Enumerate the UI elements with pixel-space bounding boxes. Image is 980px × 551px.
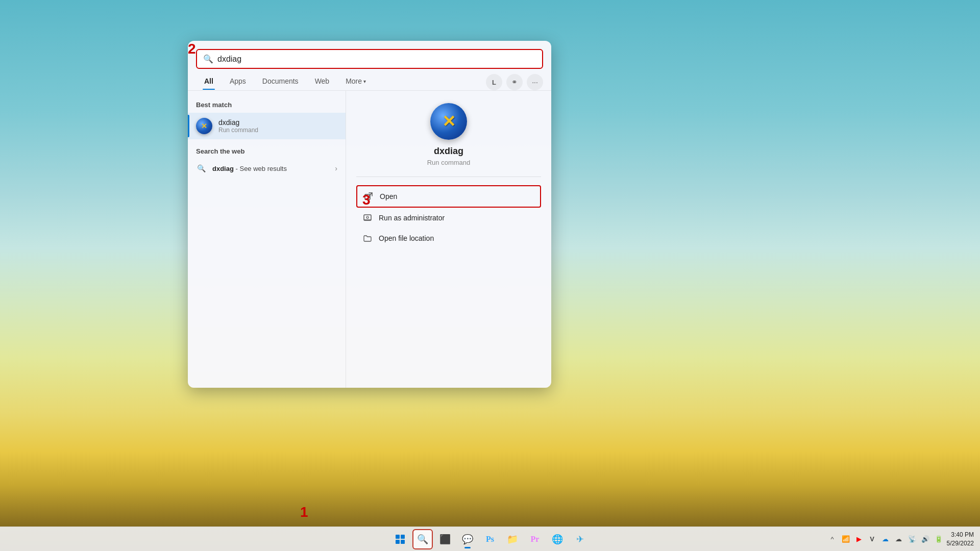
tabs-left: All Apps Documents Web More ▾ <box>196 74 374 90</box>
system-clock[interactable]: 3:40 PM 5/29/2022 <box>947 531 974 548</box>
action-open-file-location-label: Open file location <box>379 234 434 242</box>
web-result-item[interactable]: 🔍 dxdiag - See web results › <box>188 159 346 178</box>
taskbar-center: 🔍 ⬛ 💬 Ps 📁 Pr 🌐 ✈ <box>390 529 590 549</box>
right-divider <box>356 177 541 177</box>
chevron-down-icon: ▾ <box>363 79 366 84</box>
tabs-right: L ⚭ ··· <box>486 74 543 90</box>
dxdiag-app-icon-small <box>196 118 212 134</box>
connected-accounts-icon[interactable]: ⚭ <box>506 74 523 90</box>
svg-point-2 <box>366 216 369 218</box>
right-app-type: Run command <box>427 159 471 166</box>
taskbar-teams-btn[interactable]: 💬 <box>457 529 478 549</box>
taskbar-taskview-btn[interactable]: ⬛ <box>435 529 455 549</box>
action-run-as-admin[interactable]: Run as administrator <box>356 208 541 228</box>
chrome-icon: 🌐 <box>552 534 563 545</box>
best-match-item[interactable]: dxdiag Run command <box>188 113 346 139</box>
search-input-box[interactable]: 🔍 dxdiag <box>196 49 543 69</box>
premiere-icon: Pr <box>531 535 540 544</box>
telegram-icon: ✈ <box>576 534 584 545</box>
tray-v-icon[interactable]: V <box>866 533 878 545</box>
search-web-icon: 🔍 <box>196 163 206 173</box>
action-open-file-location[interactable]: Open file location <box>356 228 541 248</box>
step-1-indicator: 1 <box>300 504 308 520</box>
taskbar-telegram-btn[interactable]: ✈ <box>570 529 590 549</box>
right-app-name: dxdiag <box>434 146 463 157</box>
taskbar-chrome-btn[interactable]: 🌐 <box>547 529 568 549</box>
tray-cloud-icon[interactable]: ☁ <box>893 533 905 545</box>
tab-all[interactable]: All <box>196 74 222 90</box>
tab-more[interactable]: More ▾ <box>337 74 374 90</box>
step-2-indicator: 2 <box>188 41 196 57</box>
clock-time: 3:40 PM <box>947 531 974 539</box>
arrow-right-icon: › <box>335 164 337 172</box>
windows-logo-icon <box>390 529 410 549</box>
search-tabs: All Apps Documents Web More ▾ L ⚭ ··· <box>188 69 551 91</box>
tray-onedrive-icon[interactable]: ☁ <box>879 533 892 545</box>
run-as-admin-icon <box>362 213 373 223</box>
search-icon: 🔍 <box>203 54 213 64</box>
taskbar-premiere-btn[interactable]: Pr <box>525 529 545 549</box>
photoshop-icon: Ps <box>486 535 494 544</box>
step-3-indicator: 3 <box>362 192 371 208</box>
best-match-label: Best match <box>188 99 346 113</box>
user-avatar-btn[interactable]: L <box>486 74 502 90</box>
more-options-btn[interactable]: ··· <box>527 74 543 90</box>
file-explorer-icon: 📁 <box>507 534 518 545</box>
tray-chevron-icon[interactable]: ^ <box>826 533 839 545</box>
action-open[interactable]: Open <box>356 185 541 208</box>
folder-icon <box>362 233 373 243</box>
action-open-label: Open <box>380 192 397 201</box>
taskbar-photoshop-btn[interactable]: Ps <box>480 529 500 549</box>
teams-icon: 💬 <box>462 534 473 545</box>
taskbar-file-explorer-btn[interactable]: 📁 <box>502 529 523 549</box>
tray-icons: ^ 📶 ▶ V ☁ ☁ 📡 🔊 🔋 <box>826 533 945 545</box>
best-match-text: dxdiag Run command <box>218 118 258 134</box>
tray-youtube-icon[interactable]: ▶ <box>853 533 865 545</box>
search-web-label: Search the web <box>188 145 346 159</box>
results-right-panel: dxdiag Run command Open <box>346 91 551 388</box>
tab-apps[interactable]: Apps <box>222 74 254 90</box>
action-run-as-admin-label: Run as administrator <box>379 214 445 222</box>
tab-web[interactable]: Web <box>307 74 338 90</box>
tray-wifi-icon[interactable]: 📡 <box>906 533 918 545</box>
search-input-wrap: 🔍 dxdiag <box>188 41 551 69</box>
tab-documents[interactable]: Documents <box>254 74 307 90</box>
taskview-icon: ⬛ <box>439 534 451 545</box>
dxdiag-app-icon-large <box>430 103 467 140</box>
results-left-panel: Best match dxdiag Run command Search the… <box>188 91 346 388</box>
tray-sound-icon[interactable]: 🔊 <box>919 533 932 545</box>
taskbar-search-icon: 🔍 <box>417 534 428 545</box>
action-list: Open Run as administrator <box>356 185 541 248</box>
taskbar-tray: ^ 📶 ▶ V ☁ ☁ 📡 🔊 🔋 3:40 PM 5/29/2022 <box>826 531 980 548</box>
search-panel: 🔍 dxdiag All Apps Documents Web More ▾ L… <box>188 41 551 388</box>
taskbar-windows-btn[interactable] <box>390 529 410 549</box>
search-input[interactable]: dxdiag <box>217 55 536 64</box>
taskbar-search-btn[interactable]: 🔍 <box>412 529 433 549</box>
tray-battery-icon[interactable]: 🔋 <box>933 533 945 545</box>
taskbar: 🔍 ⬛ 💬 Ps 📁 Pr 🌐 ✈ <box>0 527 980 551</box>
results-area: Best match dxdiag Run command Search the… <box>188 91 551 388</box>
clock-date: 5/29/2022 <box>947 539 974 548</box>
web-result-text: dxdiag - See web results <box>212 165 329 172</box>
tray-network-icon[interactable]: 📶 <box>840 533 852 545</box>
